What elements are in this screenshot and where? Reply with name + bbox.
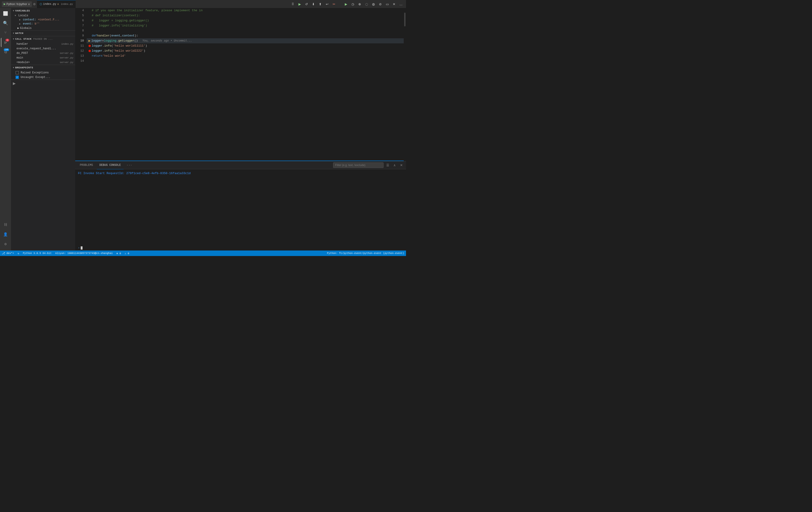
activity-explorer[interactable]: ⬜ <box>1 9 10 18</box>
debug-option1[interactable]: ◌ <box>364 1 370 7</box>
activity-source-control[interactable]: ⑂ <box>1 28 10 37</box>
code-line-6: # logger = logging.getLogger() <box>87 18 406 23</box>
run-button[interactable]: ▶ Python: fc/pythor ∨ <box>2 1 32 7</box>
line-num-8: 8 <box>75 28 84 33</box>
globals-item[interactable]: ▶ Globals <box>11 26 75 30</box>
panel-filter: ☰ ∧ ✕ <box>333 162 404 168</box>
status-git[interactable]: ⎇ dev*+ <box>2 252 14 255</box>
stop-button[interactable]: ✂ <box>331 1 337 7</box>
settings-icon[interactable]: ⚙ <box>33 2 35 6</box>
debug-history[interactable]: ◷ <box>350 1 356 7</box>
run-without-debug[interactable]: ▶ <box>343 1 349 7</box>
line4-code: # if you open the initializer feature, p… <box>92 8 203 13</box>
stack-item-dopost[interactable]: do_POST server.py <box>11 51 75 55</box>
context-variable[interactable]: ▶ context: <context.F... <box>11 18 75 22</box>
activity-run[interactable]: ▷ 1 <box>1 38 10 47</box>
close-editor[interactable]: ✕ <box>391 1 397 7</box>
breakpoint-uncaught[interactable]: ✓ Uncaught Except... <box>11 75 75 80</box>
status-warnings[interactable]: ⚠ 0 <box>125 252 129 255</box>
breakpoints-header[interactable]: ▼ BREAKPOINTS <box>11 65 75 71</box>
grid-icon-btn[interactable]: ⠿ <box>290 1 296 7</box>
uncaught-exceptions-checkbox[interactable]: ✓ <box>16 76 19 79</box>
stack-item-module[interactable]: <module> server.py <box>11 60 75 65</box>
status-python-version[interactable]: Python 3.8.5 64-bit <box>23 252 52 254</box>
step-out-button[interactable]: ⬆ <box>317 1 323 7</box>
stack-item-main[interactable]: main server.py <box>11 55 75 60</box>
check-mark: ✓ <box>17 76 18 79</box>
breakpoint-raised[interactable]: Raised Exceptions <box>11 71 75 75</box>
watch-header[interactable]: ▼ WATCH <box>11 30 75 36</box>
context-var-value: <context.F... <box>38 18 60 21</box>
variables-section-header[interactable]: ▼ VARIABLES <box>11 8 75 14</box>
restart-button[interactable]: ↩ <box>324 1 330 7</box>
panel-collapse-btn[interactable]: ∧ <box>392 162 397 168</box>
line10-logger: logger <box>91 38 102 43</box>
stack-item-handler[interactable]: handler index.py <box>11 42 75 46</box>
file-icon: ⬡ <box>40 2 42 6</box>
run-label: Python: fc/pythor <box>6 2 27 6</box>
user-label: Aliyun: 198611443057373743@cn-shanghai <box>55 252 113 254</box>
debug-breakpoints-icon[interactable]: ⊕ <box>356 1 363 7</box>
locals-item[interactable]: ▼ Locals <box>11 14 75 18</box>
status-sync[interactable]: ↻ <box>18 252 19 255</box>
locals-chevron: ▼ <box>15 15 18 17</box>
status-user[interactable]: Aliyun: 198611443057373743@cn-shanghai <box>55 252 113 254</box>
activity-extensions[interactable]: ⧉ 198 <box>1 48 10 57</box>
call-stack-label: CALL STACK <box>16 37 32 41</box>
expand-button[interactable]: ▶ <box>13 81 16 86</box>
filter-list-icon-btn[interactable]: ☰ <box>385 162 390 168</box>
line-num-4: 4 <box>75 8 84 13</box>
split-editor[interactable]: ▭ <box>384 1 390 7</box>
line10-getlogger: getLogger <box>118 38 134 43</box>
stack-name-handler: handler <box>17 43 28 46</box>
scrollbar-thumb[interactable] <box>404 12 406 26</box>
continue-button[interactable]: ▶ <box>296 1 303 7</box>
tab-debug-console[interactable]: DEBUG CONSOLE <box>97 161 124 169</box>
stack-name-module: <module> <box>17 61 30 64</box>
filter-input[interactable] <box>333 162 383 168</box>
code-line-8 <box>87 28 406 33</box>
tab-index-py-1[interactable]: ⬡ index.py A index.py <box>37 0 76 8</box>
line9-paren: ( <box>110 33 111 38</box>
more-actions[interactable]: … <box>398 1 404 7</box>
status-errors[interactable]: ⊗ 0 <box>116 252 121 255</box>
line-num-9: 9 <box>75 33 84 38</box>
breakpoint-dot-12 <box>88 50 91 52</box>
activity-remote[interactable]: ⛓ <box>1 220 10 230</box>
warnings-label: ⚠ 0 <box>125 252 129 255</box>
uncaught-exceptions-label: Uncaught Except... <box>21 76 51 79</box>
panel-more-button[interactable]: ··· <box>124 162 134 168</box>
editor-scrollbar[interactable] <box>404 8 406 161</box>
panel-close-btn[interactable]: ✕ <box>399 162 404 168</box>
debug-option2[interactable]: ◍ <box>370 1 377 7</box>
main-layout: ⬜ 🔍 ⑂ ▷ 1 ⧉ 198 ⛓ 👤 ⚙ <box>0 8 406 250</box>
code-editor: 4 5 6 7 8 9 10 11 12 13 14 <box>75 8 406 161</box>
activity-account[interactable]: 👤 <box>1 230 10 239</box>
tab-modified-dot: A <box>57 3 59 5</box>
python-env-label: Python: fc/python-event/python-event (py… <box>327 252 404 254</box>
code-line-11: logger . info ( 'hello world11111' ) <box>87 43 406 48</box>
line-num-7: 7 <box>75 23 84 28</box>
line10-eq: = <box>102 38 104 43</box>
step-over-button[interactable]: ↺ <box>303 1 310 7</box>
tab-problems[interactable]: PROBLEMS <box>77 161 96 169</box>
activity-settings[interactable]: ⚙ <box>1 240 10 249</box>
line13-return: return <box>92 53 103 58</box>
breakpoint-dot-11 <box>88 45 91 47</box>
panel-tabs: PROBLEMS DEBUG CONSOLE ··· ☰ ∧ ✕ <box>75 161 406 169</box>
variables-chevron: ▼ <box>13 10 14 12</box>
stack-name-execute: execute_request_handl... <box>17 47 56 50</box>
breakpoints-chevron: ▼ <box>13 66 14 69</box>
call-stack-header[interactable]: ▼ CALL STACK PAUSED ON ... <box>11 36 75 42</box>
status-python-env[interactable]: Python: fc/python-event/python-event (py… <box>327 252 404 254</box>
step-into-button[interactable]: ⬇ <box>310 1 317 7</box>
activity-search[interactable]: 🔍 <box>1 19 10 28</box>
extensions-badge: 198 <box>4 48 9 51</box>
code-line-7: # logger.info('initializing') <box>87 23 406 28</box>
raised-exceptions-checkbox[interactable] <box>16 71 19 74</box>
debug-option3[interactable]: ⊘ <box>377 1 383 7</box>
event-variable[interactable]: ▶ event: b'' <box>11 22 75 26</box>
stack-name-main: main <box>17 56 23 59</box>
line9-context: context <box>122 33 135 38</box>
stack-item-execute[interactable]: execute_request_handl... <box>11 46 75 51</box>
